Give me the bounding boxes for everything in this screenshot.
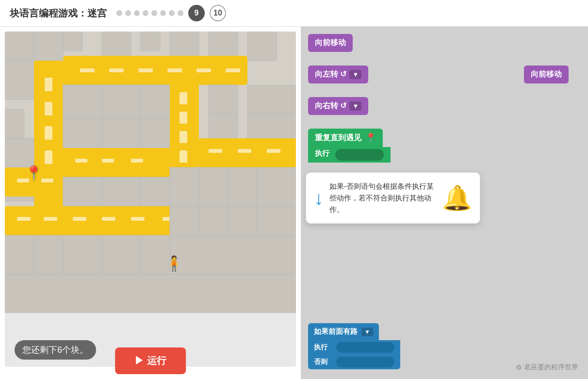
svg-rect-12 bbox=[138, 68, 153, 72]
svg-rect-28 bbox=[41, 179, 53, 182]
svg-rect-62 bbox=[44, 217, 57, 221]
if-dropdown[interactable]: ▼ bbox=[361, 328, 373, 336]
page-title: 块语言编程游戏：迷宫 bbox=[10, 7, 107, 20]
svg-rect-65 bbox=[131, 217, 145, 221]
svg-rect-2 bbox=[34, 32, 63, 61]
svg-rect-35 bbox=[141, 119, 170, 148]
tooltip-arrow-icon: ↓ bbox=[314, 187, 324, 209]
svg-rect-57 bbox=[199, 167, 228, 206]
status-bar: 您还剩下6个块。 bbox=[15, 340, 96, 360]
dot-4 bbox=[143, 10, 148, 16]
turn-right-dropdown[interactable]: ▼ bbox=[349, 101, 361, 111]
repeat-execute: 执行 bbox=[308, 147, 391, 163]
svg-rect-75 bbox=[257, 206, 296, 235]
if-block-header[interactable]: 如果前面有路 ▼ bbox=[308, 323, 379, 340]
dot-7 bbox=[169, 10, 175, 16]
svg-rect-53 bbox=[63, 177, 102, 206]
svg-rect-64 bbox=[102, 217, 115, 221]
top-bar: 块语言编程游戏：迷宫 9 10 bbox=[0, 0, 588, 27]
svg-rect-48 bbox=[267, 149, 280, 153]
turn-right-row: 向右转 ↺ ▼ bbox=[308, 97, 581, 122]
svg-rect-31 bbox=[102, 85, 141, 119]
svg-rect-46 bbox=[209, 149, 222, 153]
dot-2 bbox=[125, 10, 131, 16]
svg-rect-34 bbox=[102, 119, 141, 148]
current-page[interactable]: 9 bbox=[188, 5, 205, 21]
if-else-slot bbox=[336, 357, 394, 367]
svg-rect-24 bbox=[5, 138, 34, 167]
if-else-container: 如果前面有路 ▼ 执行 否则 bbox=[308, 323, 400, 369]
svg-rect-15 bbox=[226, 68, 240, 72]
turn-left-block[interactable]: 向左转 ↺ ▼ bbox=[308, 66, 368, 83]
floating-move-block[interactable]: 向前移动 bbox=[524, 66, 569, 83]
svg-rect-76 bbox=[170, 235, 296, 274]
watermark-icon: ⚙ bbox=[516, 363, 522, 371]
svg-rect-72 bbox=[170, 206, 199, 235]
repeat-block-container: 重复直到遇见 📍 执行 bbox=[308, 129, 581, 163]
tooltip-bell-icon: 🔔 bbox=[442, 184, 472, 212]
svg-rect-37 bbox=[180, 92, 187, 104]
start-pin: 📍 bbox=[25, 165, 42, 181]
tooltip-popup: ↓ 如果-否则语句会根据条件执行某些动作，若不符合则执行其他动作。 🔔 bbox=[306, 172, 480, 224]
svg-rect-20 bbox=[45, 102, 52, 115]
dot-6 bbox=[160, 10, 166, 16]
if-else-row: 否则 bbox=[308, 355, 400, 369]
watermark: ⚙ 老巫婆的程序世界 bbox=[516, 363, 578, 372]
move-forward-row: 向前移动 bbox=[308, 34, 581, 59]
svg-rect-8 bbox=[247, 32, 277, 61]
svg-rect-74 bbox=[228, 206, 257, 235]
svg-rect-52 bbox=[131, 159, 143, 163]
if-execute-slot bbox=[336, 342, 394, 353]
goal-character: 🧍 bbox=[165, 255, 183, 272]
svg-rect-51 bbox=[102, 159, 114, 163]
dot-3 bbox=[134, 10, 140, 16]
svg-rect-59 bbox=[257, 167, 296, 206]
svg-rect-56 bbox=[170, 167, 199, 206]
watermark-text: 老巫婆的程序世界 bbox=[524, 363, 578, 372]
svg-rect-11 bbox=[109, 68, 124, 72]
svg-rect-21 bbox=[45, 126, 52, 140]
svg-rect-38 bbox=[180, 112, 187, 124]
svg-rect-33 bbox=[63, 119, 102, 148]
dot-1 bbox=[116, 10, 122, 16]
svg-rect-50 bbox=[75, 159, 87, 163]
svg-rect-30 bbox=[63, 85, 102, 119]
svg-rect-73 bbox=[199, 206, 228, 235]
svg-rect-16 bbox=[5, 61, 34, 99]
right-panel: 向前移动 向左转 ↺ ▼ 向右转 ↺ ▼ 重复直到遇见 📍 执行 bbox=[301, 27, 588, 379]
dot-8 bbox=[178, 10, 183, 16]
dot-5 bbox=[151, 10, 157, 16]
svg-rect-67 bbox=[5, 235, 34, 274]
run-button[interactable]: ▶ 运行 bbox=[115, 347, 186, 374]
svg-rect-22 bbox=[45, 150, 52, 164]
if-execute-row: 执行 bbox=[308, 340, 400, 355]
svg-rect-47 bbox=[238, 149, 251, 153]
svg-rect-68 bbox=[34, 235, 63, 274]
svg-rect-39 bbox=[180, 131, 187, 143]
svg-rect-13 bbox=[167, 68, 182, 72]
svg-rect-5 bbox=[141, 32, 160, 51]
floating-block-area: 向前移动 bbox=[524, 66, 569, 90]
turn-right-block[interactable]: 向右转 ↺ ▼ bbox=[308, 97, 368, 115]
svg-rect-54 bbox=[102, 177, 141, 206]
move-forward-block[interactable]: 向前移动 bbox=[308, 34, 353, 52]
svg-rect-32 bbox=[141, 85, 170, 119]
svg-rect-70 bbox=[102, 235, 141, 274]
repeat-header[interactable]: 重复直到遇见 📍 bbox=[308, 129, 383, 147]
next-page[interactable]: 10 bbox=[210, 5, 226, 21]
svg-rect-41 bbox=[209, 85, 238, 114]
repeat-slot bbox=[335, 149, 384, 161]
svg-rect-61 bbox=[17, 217, 31, 221]
svg-rect-1 bbox=[5, 32, 34, 61]
svg-rect-77 bbox=[5, 274, 296, 313]
svg-rect-42 bbox=[247, 85, 296, 114]
svg-rect-10 bbox=[80, 68, 95, 72]
turn-left-dropdown[interactable]: ▼ bbox=[349, 70, 361, 79]
svg-rect-58 bbox=[228, 167, 257, 206]
svg-rect-14 bbox=[196, 68, 211, 72]
tooltip-text: 如果-否则语句会根据条件执行某些动作，若不符合则执行其他动作。 bbox=[329, 181, 436, 215]
svg-rect-3 bbox=[63, 32, 82, 51]
svg-rect-17 bbox=[5, 109, 24, 138]
left-panel: 📍 🧍 您还剩下6个块。 ▶ 运行 bbox=[0, 27, 301, 379]
svg-rect-55 bbox=[141, 177, 170, 206]
